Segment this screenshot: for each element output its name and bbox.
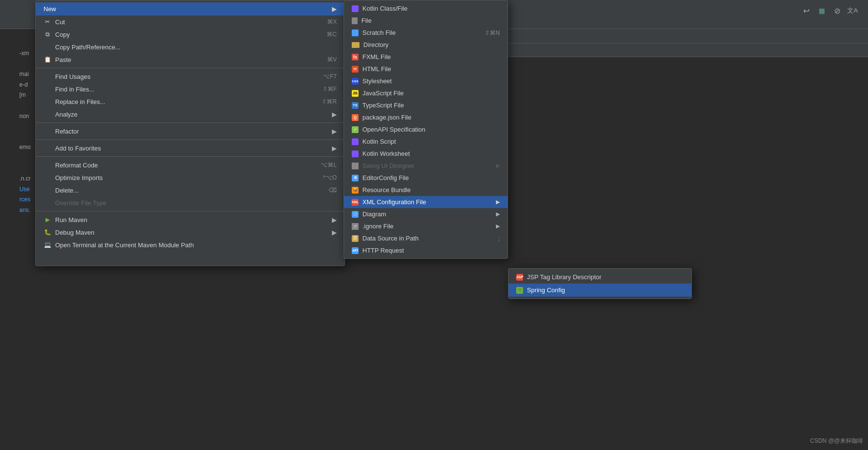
- submenu-item-http-request[interactable]: API HTTP Request: [344, 244, 508, 256]
- menu-item-find-in-files[interactable]: Find in Files... ⇧⌘F: [36, 83, 344, 95]
- submenu-item-fxml-file[interactable]: fx FXML File: [344, 51, 508, 63]
- submenu-item-directory[interactable]: Directory: [344, 39, 508, 51]
- submenu-item-html-file[interactable]: H HTML File: [344, 63, 508, 75]
- menu-item-label: Copy Path/Reference...: [55, 44, 120, 51]
- menu-item-cut[interactable]: ✂ Cut ⌘X: [36, 15, 344, 28]
- menu-item-paste[interactable]: 📋 Paste ⌘V: [36, 53, 344, 66]
- menu-item-label: Delete...: [55, 187, 78, 194]
- submenu-item-editorconfig[interactable]: ⚙ EditorConfig File: [344, 172, 508, 184]
- sidebar-content: -xm mai e-d [m non emo .n.cr Use rces an…: [19, 48, 30, 216]
- submenu-item-file[interactable]: File: [344, 15, 508, 27]
- submenu-item-label: TypeScript File: [362, 102, 404, 109]
- html-icon: H: [352, 66, 359, 73]
- submenu-arrow-icon: ▶: [332, 128, 337, 135]
- menu-item-label: Refactor: [55, 128, 79, 135]
- submenu-item-label: Kotlin Script: [362, 138, 396, 145]
- analyze-icon: [44, 110, 51, 118]
- submenu-item-js-file[interactable]: JS JavaScript File: [344, 87, 508, 99]
- watermark-label: CSDN @@来杯咖啡: [810, 437, 863, 445]
- submenu-arrow-icon: ▶: [332, 229, 337, 236]
- submenu-item-label: JavaScript File: [362, 90, 404, 97]
- datasource-icon: 🗄: [352, 235, 359, 242]
- diagram-icon: ⬡: [352, 211, 359, 218]
- run-maven-icon: ▶: [44, 216, 51, 224]
- submenu-item-kotlin-class[interactable]: Kotlin Class/File: [344, 2, 508, 15]
- submenu-item-ts-file[interactable]: TS TypeScript File: [344, 99, 508, 111]
- xml-submenu-item-jsp-tag-lib[interactable]: JSP JSP Tag Library Descriptor: [509, 270, 691, 284]
- cut-icon: ✂: [44, 18, 51, 26]
- menu-item-refactor[interactable]: Refactor ▶: [36, 125, 344, 137]
- undo-icon[interactable]: ↩: [800, 5, 812, 16]
- menu-item-find-usages[interactable]: Find Usages ⌥F7: [36, 70, 344, 83]
- copy-path-icon: [44, 43, 51, 51]
- coverage-icon[interactable]: ▦: [816, 5, 827, 16]
- translate-icon[interactable]: 文A: [847, 5, 858, 16]
- submenu-item-diagram[interactable]: ⬡ Diagram ▶: [344, 208, 508, 220]
- menu-item-label: Add to Favorites: [55, 145, 101, 152]
- menu-item-new[interactable]: New ▶: [36, 2, 344, 15]
- submenu-item-label: XML Configuration File: [362, 198, 426, 206]
- css-icon: css: [352, 78, 359, 85]
- stop-icon[interactable]: ⊘: [831, 5, 843, 16]
- submenu-item-kotlin-worksheet[interactable]: Kotlin Worksheet: [344, 148, 508, 160]
- menu-item-open-terminal[interactable]: 💻 Open Terminal at the Current Maven Mod…: [36, 239, 344, 251]
- shortcut-label: ⇧⌘R: [322, 98, 337, 105]
- submenu-item-label: Kotlin Worksheet: [362, 150, 410, 157]
- sidebar-line: Use: [19, 184, 30, 195]
- submenu-item-label: Directory: [363, 41, 389, 48]
- replace-icon: [44, 98, 51, 105]
- submenu-item-datasource-in-path[interactable]: 🗄 Data Source in Path ;: [344, 232, 508, 244]
- menu-item-delete[interactable]: Delete... ⌫: [36, 184, 344, 196]
- menu-item-label: Optimize Imports: [55, 174, 103, 181]
- submenu-item-resource-bundle[interactable]: 📦 Resource Bundle: [344, 184, 508, 196]
- terminal-icon: 💻: [44, 241, 51, 249]
- menu-separator: [36, 156, 344, 157]
- override-icon: [44, 199, 51, 207]
- menu-item-label: Cut: [55, 18, 65, 26]
- menu-item-analyze[interactable]: Analyze ▶: [36, 108, 344, 120]
- context-menu: New ▶ ✂ Cut ⌘X ⧉ Copy ⌘C Copy Path/Refer…: [35, 0, 345, 266]
- menu-item-reformat-code[interactable]: Reformat Code ⌥⌘L: [36, 159, 344, 171]
- menu-item-label: Find in Files...: [55, 86, 94, 93]
- menu-item-replace-in-files[interactable]: Replace in Files... ⇧⌘R: [36, 95, 344, 108]
- submenu-item-label: OpenAPI Specification: [362, 126, 425, 133]
- submenu-item-label: Scratch File: [362, 29, 396, 36]
- menu-item-add-favorites[interactable]: Add to Favorites ▶: [36, 142, 344, 154]
- submenu-item-label: File: [361, 17, 372, 24]
- submenu-item-label: EditorConfig File: [362, 174, 409, 181]
- menu-item-label: Find Usages: [55, 73, 90, 80]
- menu-item-optimize-imports[interactable]: Optimize Imports ^⌥O: [36, 171, 344, 184]
- submenu-item-scratch-file[interactable]: Scratch File ⇧⌘N: [344, 27, 508, 39]
- spring-config-icon: 🌿: [516, 287, 523, 294]
- refactor-icon: [44, 127, 51, 135]
- shortcut-label: ⌘V: [327, 56, 337, 63]
- submenu-item-stylesheet[interactable]: css Stylesheet: [344, 75, 508, 87]
- xml-submenu-item-spring-config[interactable]: 🌿 Spring Config: [509, 284, 691, 297]
- menu-item-copy[interactable]: ⧉ Copy ⌘C: [36, 28, 344, 41]
- xml-config-icon: XML: [352, 199, 359, 206]
- submenu-item-label: Swing UI Designer: [362, 162, 415, 169]
- openapi-icon: ✓: [352, 126, 359, 133]
- copy-icon: ⧉: [44, 30, 51, 38]
- menu-item-debug-maven[interactable]: 🐛 Debug Maven ▶: [36, 226, 344, 239]
- menu-item-build[interactable]: [36, 251, 344, 264]
- menu-item-label: Override File Type: [55, 199, 106, 207]
- submenu-item-package-json[interactable]: {} package.json File: [344, 111, 508, 123]
- submenu-item-ignore-file[interactable]: .i* .ignore File ▶: [344, 220, 508, 232]
- submenu-item-xml-config[interactable]: XML XML Configuration File ▶: [344, 196, 508, 208]
- menu-separator: [36, 211, 344, 211]
- new-file-submenu: Kotlin Class/File File Scratch File ⇧⌘N …: [344, 0, 508, 259]
- submenu-item-openapi[interactable]: ✓ OpenAPI Specification: [344, 123, 508, 135]
- sidebar-line: .n.cr: [19, 174, 30, 184]
- shortcut-label: ⌘X: [327, 18, 337, 25]
- shortcut-label: ⇧⌘N: [485, 30, 500, 36]
- sidebar-line: ans.: [19, 205, 30, 216]
- submenu-item-label: Resource Bundle: [362, 186, 411, 194]
- menu-item-copy-path[interactable]: Copy Path/Reference...: [36, 41, 344, 53]
- submenu-item-label: Stylesheet: [362, 77, 392, 85]
- xml-submenu-item-label: Spring Config: [527, 286, 565, 294]
- swing-icon: [352, 163, 359, 169]
- menu-item-label: Paste: [55, 56, 71, 63]
- menu-item-run-maven[interactable]: ▶ Run Maven ▶: [36, 213, 344, 226]
- submenu-item-kotlin-script[interactable]: Kotlin Script: [344, 135, 508, 148]
